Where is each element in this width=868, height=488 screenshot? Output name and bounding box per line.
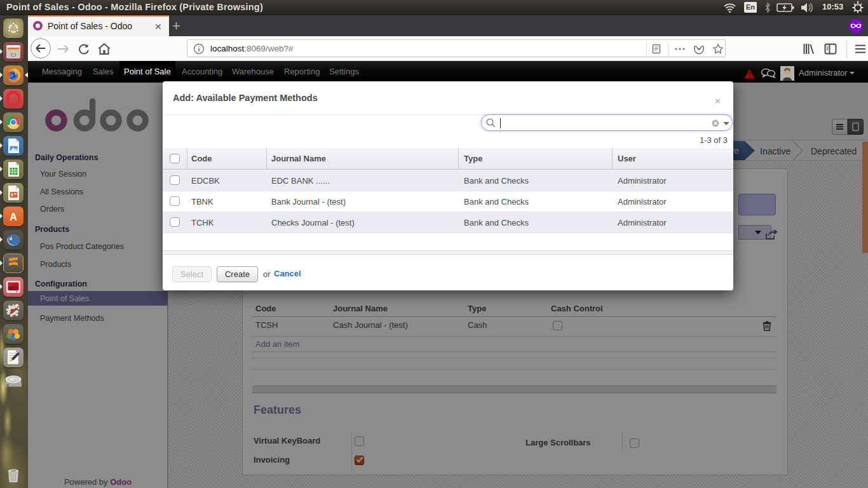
svg-text:A: A (10, 212, 17, 222)
